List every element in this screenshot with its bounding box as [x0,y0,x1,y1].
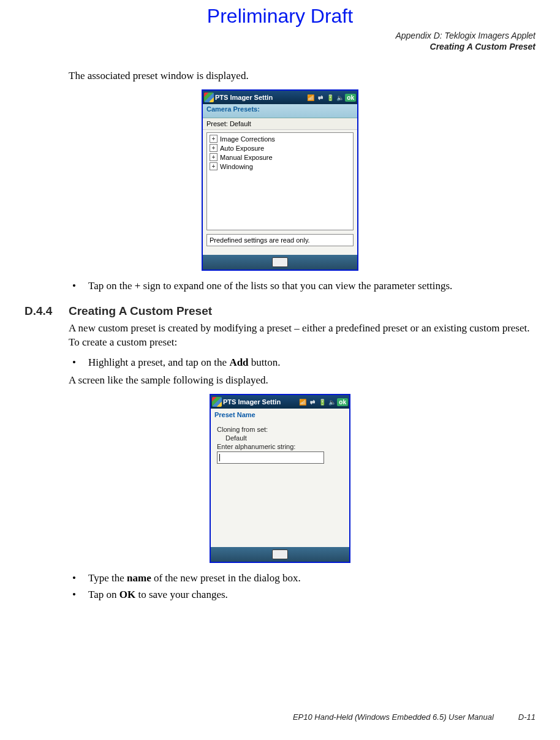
preset-name-input[interactable] [217,451,324,464]
bullet-dot: • [69,356,88,370]
device-bottombar [203,255,357,270]
expand-icon[interactable]: + [210,162,218,170]
volume-icon[interactable]: 🔈 [336,94,344,101]
header-section: Creating A Custom Preset [25,41,535,52]
expand-icon[interactable]: + [210,135,218,143]
page-header: Appendix D: Teklogix Imagers Applet Crea… [25,30,535,52]
bullet-text: Type the name of the new preset in the d… [88,572,535,586]
section-title: Creating A Custom Preset [69,304,212,318]
bullet-highlight-add: • Highlight a preset, and tap on the Add… [69,356,535,370]
tree-item-auto-exposure[interactable]: + Auto Exposure [208,143,352,153]
bullet-dot: • [69,588,88,602]
signal-icon[interactable]: 📶 [299,398,306,406]
device-titlebar: PTS Imager Settin 📶 ⇄ 🔋 🔈 ok [211,395,349,409]
device-titlebar: PTS Imager Settin 📶 ⇄ 🔋 🔈 ok [203,91,357,104]
ok-button[interactable]: ok [345,94,356,102]
keyboard-icon[interactable] [272,257,288,267]
device-title: PTS Imager Settin [223,398,281,406]
volume-icon[interactable]: 🔈 [328,398,336,406]
cloning-from-label: Cloning from set: [217,426,343,433]
network-icon[interactable]: ⇄ [309,398,316,406]
expand-icon[interactable]: + [210,144,218,152]
signal-icon[interactable]: 📶 [307,94,314,101]
device-bottombar [211,547,349,562]
tree-item-label: Manual Exposure [220,154,273,161]
tree-item-label: Auto Exposure [220,145,264,152]
preset-dropdown[interactable]: Preset: Default [203,118,357,130]
tree-item-image-corrections[interactable]: + Image Corrections [208,134,352,143]
bullet-dot: • [69,279,88,293]
bullet-text: Tap on the + sign to expand one of the l… [88,279,535,293]
device-title: PTS Imager Settin [215,94,273,101]
pre-screenshot-paragraph: A screen like the sample following is di… [69,374,535,388]
enter-string-label: Enter alphanumeric string: [217,443,343,450]
battery-icon[interactable]: 🔋 [327,94,334,101]
screenshot-camera-presets: PTS Imager Settin 📶 ⇄ 🔋 🔈 ok Camera Pres… [202,89,358,271]
bullet-expand: • Tap on the + sign to expand one of the… [69,279,535,293]
cloning-from-value: Default [217,434,343,442]
footer-page-number: D-11 [518,712,535,722]
bullet-dot: • [69,572,88,586]
expand-icon[interactable]: + [210,153,218,161]
bullet-type-name: • Type the name of the new preset in the… [69,572,535,586]
windows-flag-icon[interactable] [204,92,214,102]
tab-camera-presets[interactable]: Camera Presets: [203,104,357,118]
bullet-text: Highlight a preset, and tap on the Add b… [88,356,535,370]
section-number: D.4.4 [25,304,69,318]
tree-item-label: Windowing [220,163,253,170]
readonly-hint: Predefined settings are read only. [206,234,354,246]
ok-button[interactable]: ok [337,398,348,406]
text-caret [219,454,220,461]
footer-manual-title: EP10 Hand-Held (Windows Embedded 6.5) Us… [293,712,494,722]
header-appendix: Appendix D: Teklogix Imagers Applet [25,30,535,41]
tree-item-label: Image Corrections [220,135,275,143]
tree-item-manual-exposure[interactable]: + Manual Exposure [208,153,352,162]
battery-icon[interactable]: 🔋 [319,398,326,406]
preset-tree[interactable]: + Image Corrections + Auto Exposure + Ma… [206,132,354,230]
keyboard-icon[interactable] [272,549,288,559]
section-intro-paragraph: A new custom preset is created by modify… [69,322,535,350]
tree-item-windowing[interactable]: + Windowing [208,162,352,171]
bullet-tap-ok: • Tap on OK to save your changes. [69,588,535,602]
watermark-text: Preliminary Draft [25,0,535,30]
intro-paragraph: The associated preset window is displaye… [69,69,535,83]
network-icon[interactable]: ⇄ [317,94,324,101]
windows-flag-icon[interactable] [212,397,222,407]
page-footer: EP10 Hand-Held (Windows Embedded 6.5) Us… [25,712,535,722]
tab-preset-name[interactable]: Preset Name [211,409,349,422]
bullet-text: Tap on OK to save your changes. [88,588,535,602]
screenshot-preset-name: PTS Imager Settin 📶 ⇄ 🔋 🔈 ok Preset Name… [210,394,350,563]
